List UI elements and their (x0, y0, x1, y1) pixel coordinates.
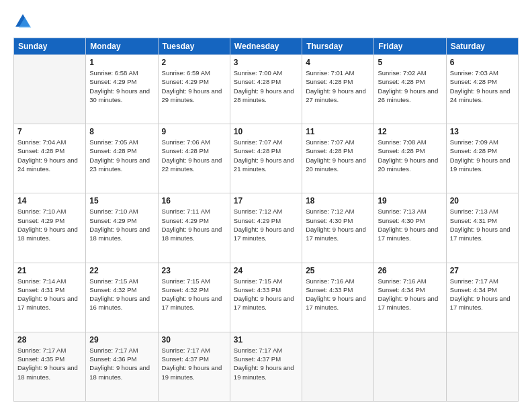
day-detail: Sunrise: 6:58 AMSunset: 4:29 PMDaylight:… (89, 68, 154, 104)
calendar-header-row: SundayMondayTuesdayWednesdayThursdayFrid… (14, 38, 519, 55)
day-detail: Sunrise: 7:00 AMSunset: 4:28 PMDaylight:… (234, 68, 298, 104)
day-detail: Sunrise: 7:03 AMSunset: 4:28 PMDaylight:… (450, 68, 515, 104)
calendar-cell: 4Sunrise: 7:01 AMSunset: 4:28 PMDaylight… (302, 55, 374, 124)
day-detail: Sunrise: 7:12 AMSunset: 4:30 PMDaylight:… (306, 207, 370, 242)
calendar-week-row: 14Sunrise: 7:10 AMSunset: 4:29 PMDayligh… (14, 193, 519, 263)
day-number: 14 (17, 196, 82, 205)
day-number: 6 (450, 58, 515, 67)
weekday-header: Friday (374, 38, 446, 55)
calendar-cell: 7Sunrise: 7:04 AMSunset: 4:28 PMDaylight… (14, 124, 86, 193)
day-detail: Sunrise: 7:10 AMSunset: 4:29 PMDaylight:… (89, 207, 154, 242)
day-detail: Sunrise: 7:17 AMSunset: 4:37 PMDaylight:… (234, 346, 298, 381)
day-number: 5 (378, 58, 442, 67)
day-detail: Sunrise: 7:11 AMSunset: 4:29 PMDaylight:… (162, 207, 226, 242)
day-number: 2 (162, 58, 226, 67)
weekday-header: Monday (86, 38, 158, 55)
calendar-cell: 30Sunrise: 7:17 AMSunset: 4:37 PMDayligh… (158, 332, 230, 401)
day-detail: Sunrise: 7:10 AMSunset: 4:29 PMDaylight:… (17, 207, 82, 242)
calendar-cell: 2Sunrise: 6:59 AMSunset: 4:29 PMDaylight… (158, 55, 230, 124)
day-detail: Sunrise: 7:15 AMSunset: 4:33 PMDaylight:… (234, 277, 298, 312)
day-number: 12 (378, 127, 442, 136)
calendar-week-row: 1Sunrise: 6:58 AMSunset: 4:29 PMDaylight… (14, 55, 519, 124)
calendar-cell (374, 332, 446, 401)
calendar-cell: 18Sunrise: 7:12 AMSunset: 4:30 PMDayligh… (302, 193, 374, 263)
calendar-cell: 24Sunrise: 7:15 AMSunset: 4:33 PMDayligh… (230, 263, 302, 332)
weekday-header: Wednesday (230, 38, 302, 55)
day-detail: Sunrise: 7:17 AMSunset: 4:36 PMDaylight:… (89, 346, 154, 381)
calendar-cell: 10Sunrise: 7:07 AMSunset: 4:28 PMDayligh… (230, 124, 302, 193)
calendar-cell: 27Sunrise: 7:17 AMSunset: 4:34 PMDayligh… (446, 263, 518, 332)
day-detail: Sunrise: 7:09 AMSunset: 4:28 PMDaylight:… (450, 138, 515, 173)
day-number: 10 (234, 127, 298, 136)
calendar-cell: 14Sunrise: 7:10 AMSunset: 4:29 PMDayligh… (14, 193, 86, 263)
weekday-header: Saturday (446, 38, 518, 55)
page: SundayMondayTuesdayWednesdayThursdayFrid… (0, 0, 532, 411)
day-detail: Sunrise: 7:16 AMSunset: 4:33 PMDaylight:… (306, 277, 370, 312)
calendar-cell (446, 332, 518, 401)
day-detail: Sunrise: 7:14 AMSunset: 4:31 PMDaylight:… (17, 277, 82, 312)
day-detail: Sunrise: 7:07 AMSunset: 4:28 PMDaylight:… (306, 138, 370, 173)
calendar-cell: 3Sunrise: 7:00 AMSunset: 4:28 PMDaylight… (230, 55, 302, 124)
calendar-week-row: 7Sunrise: 7:04 AMSunset: 4:28 PMDaylight… (14, 124, 519, 193)
calendar-cell: 19Sunrise: 7:13 AMSunset: 4:30 PMDayligh… (374, 193, 446, 263)
calendar-cell: 13Sunrise: 7:09 AMSunset: 4:28 PMDayligh… (446, 124, 518, 193)
calendar-cell: 15Sunrise: 7:10 AMSunset: 4:29 PMDayligh… (86, 193, 158, 263)
day-number: 23 (162, 266, 226, 275)
calendar-cell (302, 332, 374, 401)
day-detail: Sunrise: 7:13 AMSunset: 4:30 PMDaylight:… (378, 207, 442, 242)
day-number: 18 (306, 196, 370, 205)
day-detail: Sunrise: 7:15 AMSunset: 4:32 PMDaylight:… (89, 277, 154, 312)
calendar-cell: 26Sunrise: 7:16 AMSunset: 4:34 PMDayligh… (374, 263, 446, 332)
calendar-cell: 9Sunrise: 7:06 AMSunset: 4:28 PMDaylight… (158, 124, 230, 193)
weekday-header: Sunday (14, 38, 86, 55)
calendar-cell: 31Sunrise: 7:17 AMSunset: 4:37 PMDayligh… (230, 332, 302, 401)
day-number: 7 (17, 127, 82, 136)
day-number: 19 (378, 196, 442, 205)
day-number: 9 (162, 127, 226, 136)
calendar-cell: 17Sunrise: 7:12 AMSunset: 4:29 PMDayligh… (230, 193, 302, 263)
day-number: 31 (234, 335, 298, 345)
calendar-cell: 29Sunrise: 7:17 AMSunset: 4:36 PMDayligh… (86, 332, 158, 401)
day-detail: Sunrise: 7:12 AMSunset: 4:29 PMDaylight:… (234, 207, 298, 242)
calendar-week-row: 21Sunrise: 7:14 AMSunset: 4:31 PMDayligh… (14, 263, 519, 332)
day-number: 25 (306, 266, 370, 275)
day-number: 4 (306, 58, 370, 67)
logo (13, 12, 35, 31)
day-detail: Sunrise: 7:13 AMSunset: 4:31 PMDaylight:… (450, 207, 515, 242)
calendar-cell: 28Sunrise: 7:17 AMSunset: 4:35 PMDayligh… (14, 332, 86, 401)
day-detail: Sunrise: 7:04 AMSunset: 4:28 PMDaylight:… (17, 138, 82, 173)
day-detail: Sunrise: 7:17 AMSunset: 4:34 PMDaylight:… (450, 277, 515, 312)
day-number: 20 (450, 196, 515, 205)
day-detail: Sunrise: 6:59 AMSunset: 4:29 PMDaylight:… (162, 68, 226, 104)
calendar-cell: 23Sunrise: 7:15 AMSunset: 4:32 PMDayligh… (158, 263, 230, 332)
calendar-cell: 21Sunrise: 7:14 AMSunset: 4:31 PMDayligh… (14, 263, 86, 332)
day-number: 1 (89, 58, 154, 67)
day-number: 21 (17, 266, 82, 275)
weekday-header: Thursday (302, 38, 374, 55)
calendar-cell: 11Sunrise: 7:07 AMSunset: 4:28 PMDayligh… (302, 124, 374, 193)
header (13, 12, 519, 31)
calendar-cell: 6Sunrise: 7:03 AMSunset: 4:28 PMDaylight… (446, 55, 518, 124)
day-detail: Sunrise: 7:16 AMSunset: 4:34 PMDaylight:… (378, 277, 442, 312)
day-number: 24 (234, 266, 298, 275)
day-number: 27 (450, 266, 515, 275)
day-number: 3 (234, 58, 298, 67)
day-number: 30 (162, 335, 226, 345)
calendar-cell: 16Sunrise: 7:11 AMSunset: 4:29 PMDayligh… (158, 193, 230, 263)
day-number: 15 (89, 196, 154, 205)
day-number: 11 (306, 127, 370, 136)
calendar-cell: 5Sunrise: 7:02 AMSunset: 4:28 PMDaylight… (374, 55, 446, 124)
calendar-table: SundayMondayTuesdayWednesdayThursdayFrid… (13, 38, 519, 402)
day-detail: Sunrise: 7:01 AMSunset: 4:28 PMDaylight:… (306, 68, 370, 104)
weekday-header: Tuesday (158, 38, 230, 55)
day-detail: Sunrise: 7:07 AMSunset: 4:28 PMDaylight:… (234, 138, 298, 173)
day-number: 29 (89, 335, 154, 345)
day-number: 8 (89, 127, 154, 136)
day-detail: Sunrise: 7:17 AMSunset: 4:37 PMDaylight:… (162, 346, 226, 381)
day-detail: Sunrise: 7:15 AMSunset: 4:32 PMDaylight:… (162, 277, 226, 312)
calendar-cell: 22Sunrise: 7:15 AMSunset: 4:32 PMDayligh… (86, 263, 158, 332)
day-number: 16 (162, 196, 226, 205)
logo-icon (13, 12, 32, 31)
calendar-cell: 8Sunrise: 7:05 AMSunset: 4:28 PMDaylight… (86, 124, 158, 193)
day-number: 17 (234, 196, 298, 205)
